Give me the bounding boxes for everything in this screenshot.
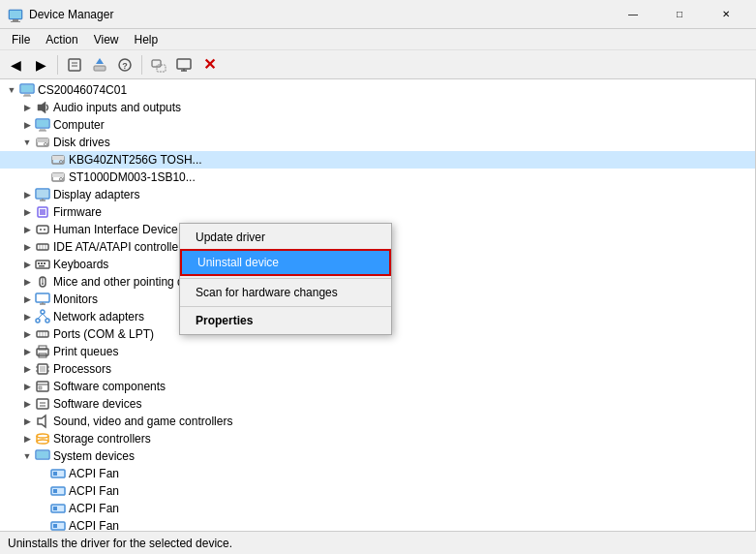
tree-item-softwaredevices[interactable]: ▶ Software devices — [0, 395, 755, 413]
device-tree[interactable]: ▼ CS20046074C01 ▶ Audio inputs and outpu… — [0, 79, 756, 531]
svg-rect-22 — [37, 120, 48, 127]
svg-rect-51 — [39, 265, 45, 267]
tree-item-processors[interactable]: ▶ Processors — [0, 360, 755, 378]
softwarecomponents-arrow: ▶ — [19, 379, 35, 394]
ports-icon — [35, 326, 50, 342]
processors-label: Processors — [53, 362, 111, 376]
svg-rect-96 — [53, 524, 57, 528]
tree-item-display[interactable]: ▶ Display adapters — [0, 186, 755, 203]
diskdrives-label: Disk drives — [53, 136, 110, 149]
acpi1-label: ACPI Fan — [69, 467, 119, 480]
monitors-icon — [35, 292, 50, 307]
firmware-label: Firmware — [53, 205, 102, 219]
toolbar-scan[interactable] — [172, 53, 196, 77]
tree-item-print[interactable]: ▶ Print queues — [0, 343, 755, 360]
svg-rect-50 — [44, 262, 45, 264]
disk2-icon — [50, 169, 66, 185]
display-arrow: ▶ — [19, 187, 35, 202]
menu-file[interactable]: File — [4, 31, 38, 48]
context-update-driver[interactable]: Update driver — [180, 226, 391, 249]
tree-item-computer[interactable]: ▶ Computer — [0, 116, 755, 134]
audio-label: Audio inputs and outputs — [53, 101, 181, 114]
svg-point-33 — [60, 178, 63, 181]
svg-point-27 — [45, 143, 47, 146]
storage-icon — [35, 431, 50, 446]
main-area: ▼ CS20046074C01 ▶ Audio inputs and outpu… — [0, 79, 756, 531]
tree-item-disk2[interactable]: ▶ ST1000DM003-1SB10... — [0, 169, 755, 186]
tree-item-audio[interactable]: ▶ Audio inputs and outputs — [0, 99, 755, 116]
tree-item-acpi4[interactable]: ▶ ACPI Fan — [0, 517, 755, 531]
toolbar-uninstall[interactable]: ✕ — [197, 53, 221, 77]
tree-item-disk1[interactable]: ▶ KBG40ZNT256G TOSH... — [0, 151, 755, 169]
mice-arrow: ▶ — [19, 274, 35, 290]
svg-rect-88 — [37, 451, 48, 458]
diskdrives-arrow: ▼ — [19, 135, 35, 150]
computer-icon — [35, 117, 50, 133]
audio-arrow: ▶ — [19, 100, 35, 115]
menu-action[interactable]: Action — [38, 31, 85, 48]
svg-point-58 — [41, 310, 45, 314]
svg-rect-92 — [53, 489, 57, 493]
app-icon — [8, 7, 23, 22]
context-uninstall-device[interactable]: Uninstall device — [180, 249, 391, 276]
computer-label: Computer — [53, 118, 105, 132]
tree-item-sound[interactable]: ▶ Sound, video and game controllers — [0, 413, 755, 430]
tree-item-storage[interactable]: ▶ Storage controllers — [0, 430, 755, 447]
toolbar-update-driver[interactable] — [88, 53, 111, 77]
network-arrow: ▶ — [19, 309, 35, 324]
sound-label: Sound, video and game controllers — [53, 415, 232, 428]
tree-item-systemdevices[interactable]: ▼ System devices — [0, 447, 755, 465]
svg-rect-13 — [177, 59, 191, 69]
keyboards-arrow: ▶ — [19, 257, 35, 272]
svg-point-60 — [45, 319, 49, 323]
svg-point-30 — [60, 161, 63, 164]
keyboards-icon — [35, 257, 50, 272]
context-scan-hardware[interactable]: Scan for hardware changes — [180, 281, 391, 304]
tree-item-acpi1[interactable]: ▶ ACPI Fan — [0, 465, 755, 482]
network-icon — [35, 309, 50, 324]
close-button[interactable]: ✕ — [704, 0, 748, 29]
svg-rect-40 — [37, 226, 48, 233]
toolbar-forward[interactable]: ▶ — [29, 53, 52, 77]
maximize-button[interactable]: □ — [657, 0, 702, 29]
print-label: Print queues — [53, 345, 118, 358]
softwaredevices-arrow: ▶ — [19, 396, 35, 412]
svg-rect-12 — [157, 65, 166, 72]
svg-rect-11 — [152, 60, 161, 67]
tree-item-softwarecomponents[interactable]: ▶ Software components — [0, 378, 755, 395]
menu-help[interactable]: Help — [127, 31, 166, 48]
toolbar-help[interactable]: ? — [113, 53, 136, 77]
root-label: CS20046074C01 — [38, 83, 127, 97]
svg-rect-55 — [36, 293, 49, 302]
tree-item-acpi3[interactable]: ▶ ACPI Fan — [0, 500, 755, 517]
display-label: Display adapters — [53, 188, 139, 201]
svg-marker-82 — [38, 416, 45, 427]
svg-rect-32 — [52, 173, 64, 177]
toolbar-properties[interactable] — [63, 53, 86, 77]
tree-item-diskdrives[interactable]: ▼ Disk drives — [0, 134, 755, 151]
acpi3-icon — [50, 501, 66, 516]
disk1-label: KBG40ZNT256G TOSH... — [69, 153, 202, 167]
menu-bar: File Action View Help — [0, 29, 756, 50]
tree-root[interactable]: ▼ CS20046074C01 — [0, 81, 755, 99]
minimize-button[interactable]: — — [611, 0, 655, 29]
svg-rect-49 — [41, 262, 43, 264]
acpi3-label: ACPI Fan — [69, 502, 119, 515]
window-title: Device Manager — [29, 8, 611, 21]
svg-point-41 — [40, 229, 42, 231]
svg-rect-35 — [37, 190, 48, 198]
tree-item-firmware[interactable]: ▶ Firmware — [0, 203, 755, 221]
svg-rect-79 — [37, 399, 48, 409]
disk2-label: ST1000DM003-1SB10... — [69, 170, 196, 184]
monitors-arrow: ▶ — [19, 292, 35, 307]
toolbar-back[interactable]: ◀ — [4, 53, 27, 77]
context-properties[interactable]: Properties — [180, 309, 391, 332]
softwarecomponents-icon — [35, 379, 50, 394]
tree-item-acpi2[interactable]: ▶ ACPI Fan — [0, 482, 755, 500]
mice-icon — [35, 274, 50, 290]
systemdevices-label: System devices — [53, 449, 135, 463]
toolbar-show-hidden[interactable] — [147, 53, 170, 77]
context-sep-1 — [180, 278, 391, 279]
menu-view[interactable]: View — [86, 31, 127, 48]
acpi4-icon — [50, 518, 66, 531]
